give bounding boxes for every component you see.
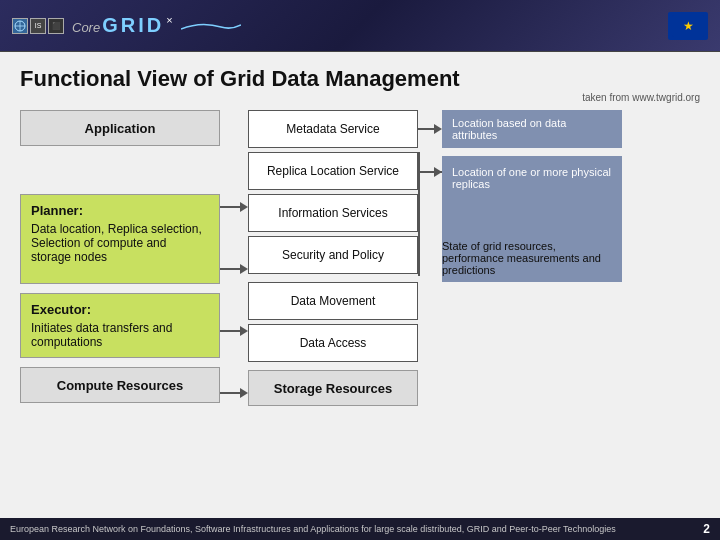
logo-icon-3: ⬛ — [48, 18, 64, 34]
footer-text: European Research Network on Foundations… — [10, 524, 693, 534]
globe-icon — [14, 20, 26, 32]
executor-title: Executor: — [31, 302, 209, 317]
svg-text:★: ★ — [683, 19, 694, 33]
eu-flag-svg: ★ — [672, 15, 704, 37]
page-title: Functional View of Grid Data Management — [20, 66, 700, 92]
arrowhead-r2 — [434, 167, 442, 177]
logo-area: IS ⬛ Core GRID × — [12, 14, 241, 37]
desc3-label: State of grid resources, performance mea… — [442, 240, 612, 276]
right-section: Location based on data attributes Locati… — [442, 110, 622, 282]
security-label: Security and Policy — [282, 248, 384, 262]
line-h2 — [220, 268, 240, 270]
left-section: Application Planner: Data location, Repl… — [20, 110, 220, 403]
main-content: Functional View of Grid Data Management … — [0, 52, 720, 540]
spacer-metadata — [20, 151, 220, 189]
right-arrows — [418, 110, 442, 280]
access-label: Data Access — [300, 336, 367, 350]
executor-body: Initiates data transfers and computation… — [31, 321, 172, 349]
diagram: Application Planner: Data location, Repl… — [20, 110, 700, 412]
eu-flag: ★ — [668, 12, 708, 40]
desc-state-area: State of grid resources, performance mea… — [442, 198, 622, 282]
desc2-label: Location of one or more physical replica… — [452, 166, 612, 190]
logo-icons: IS ⬛ — [12, 18, 64, 34]
arrowhead-r1 — [434, 124, 442, 134]
desc-metadata: Location based on data attributes — [442, 110, 622, 148]
compute-box: Compute Resources — [20, 367, 220, 403]
header: IS ⬛ Core GRID × ★ — [0, 0, 720, 52]
planner-title: Planner: — [31, 203, 209, 218]
storage-label: Storage Resources — [274, 381, 393, 396]
line-h3 — [220, 330, 240, 332]
info-label: Information Services — [278, 206, 387, 220]
metadata-service-box: Metadata Service — [248, 110, 418, 148]
executor-box: Executor: Initiates data transfers and c… — [20, 293, 220, 358]
arrow-replica — [220, 250, 248, 288]
logo-text: Core GRID × — [72, 14, 173, 37]
compute-label: Compute Resources — [57, 378, 183, 393]
arrowhead-right2 — [240, 264, 248, 274]
desc1-label: Location based on data attributes — [452, 117, 612, 141]
arrow-info — [220, 312, 248, 350]
line-r1 — [418, 128, 434, 130]
page-subtitle: taken from www.twgrid.org — [582, 92, 700, 103]
application-box: Application — [20, 110, 220, 146]
access-service-box: Data Access — [248, 324, 418, 362]
info-service-box: Information Services — [248, 194, 418, 232]
arrowhead-right3 — [240, 326, 248, 336]
grid-label: GRID — [102, 14, 164, 37]
replica-label: Replica Location Service — [267, 164, 399, 178]
line-h — [220, 206, 240, 208]
arrowhead-right4 — [240, 388, 248, 398]
replica-service-box: Replica Location Service — [248, 152, 418, 190]
desc-state: State of grid resources, performance mea… — [442, 198, 622, 282]
line-h4 — [220, 392, 240, 394]
arrow-desc-metadata — [418, 110, 442, 148]
core-label: Core — [72, 20, 100, 35]
application-label: Application — [85, 121, 156, 136]
arrow-desc-replica — [418, 152, 442, 276]
logo-accent: × — [166, 14, 172, 26]
security-service-box: Security and Policy — [248, 236, 418, 274]
logo-icon-1 — [12, 18, 28, 34]
arrow-metadata — [220, 188, 248, 226]
planner-box: Planner: Data location, Replica selectio… — [20, 194, 220, 284]
left-arrows — [220, 110, 248, 412]
logo-icon-2: IS — [30, 18, 46, 34]
footer-bar: European Research Network on Foundations… — [0, 518, 720, 540]
arrowhead-right — [240, 202, 248, 212]
metadata-label: Metadata Service — [286, 122, 379, 136]
center-executor-section: Data Movement Data Access — [248, 282, 418, 362]
center-section: Metadata Service Replica Location Servic… — [248, 110, 418, 406]
storage-box: Storage Resources — [248, 370, 418, 406]
logo-swoosh — [181, 19, 241, 33]
arrow-security — [220, 374, 248, 412]
planner-body: Data location, Replica selection, Select… — [31, 222, 202, 264]
movement-service-box: Data Movement — [248, 282, 418, 320]
page-number: 2 — [703, 522, 710, 536]
movement-label: Data Movement — [291, 294, 376, 308]
